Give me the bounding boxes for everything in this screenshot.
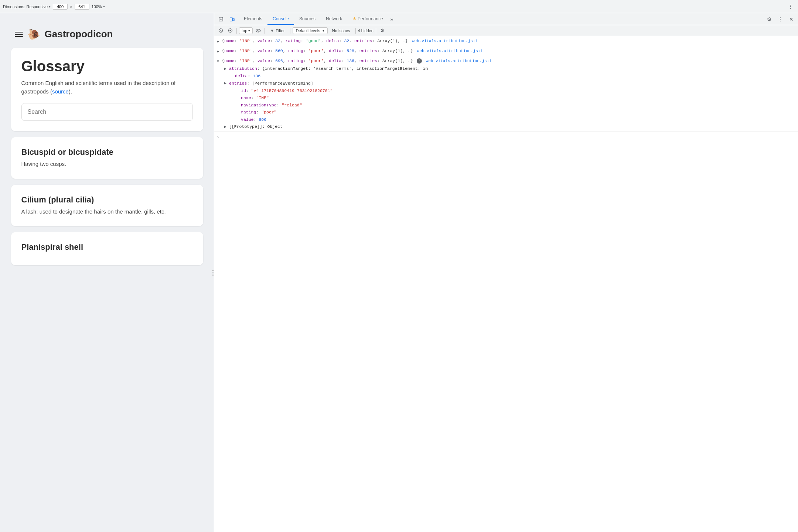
svg-point-7 (256, 29, 260, 32)
console-output: ▶ {name: 'INP', value: 32, rating: 'good… (214, 36, 798, 532)
source-link-2[interactable]: web-vitals.attribution.js:1 (417, 49, 483, 53)
more-options-button[interactable]: ⋮ (786, 2, 795, 11)
filter-button[interactable]: ▼ Filter (267, 28, 287, 34)
clear-console-button[interactable] (216, 27, 225, 35)
tab-sources[interactable]: Sources (294, 13, 321, 25)
dropdown-arrow-icon: ▾ (49, 4, 51, 8)
app-logo: 🐌 (27, 28, 40, 40)
tab-network[interactable]: Network (321, 13, 347, 25)
console-entry-1: ▶ {name: 'INP', value: 32, rating: 'good… (214, 36, 798, 46)
toolbar-separator-2 (265, 28, 265, 34)
browser-panel: 🐌 Gastropodicon Glossary Common English … (0, 13, 214, 532)
glossary-title: Glossary (21, 58, 193, 75)
console-settings-button[interactable]: ⚙ (378, 27, 386, 35)
tab-elements[interactable]: Elements (239, 13, 267, 25)
app-header: 🐌 Gastropodicon (11, 28, 203, 40)
inspect-element-button[interactable] (216, 14, 226, 24)
main-split: 🐌 Gastropodicon Glossary Common English … (0, 13, 798, 532)
delta-row: delta: 136 (222, 72, 798, 80)
hidden-count-label: 4 hidden (358, 28, 374, 33)
hamburger-line-1 (15, 32, 23, 33)
svg-point-8 (258, 30, 259, 31)
dimensions-label: Dimensions: Responsive ▾ (3, 4, 51, 9)
levels-dropdown-icon: ▾ (323, 29, 324, 33)
term-title-planispiral: Planispiral shell (21, 242, 193, 252)
cancel-filter-button[interactable] (226, 27, 234, 35)
svg-rect-1 (230, 18, 233, 21)
devtools-close-button[interactable]: ✕ (786, 14, 797, 24)
name-row: name: "INP" (228, 94, 798, 102)
search-input[interactable] (21, 103, 193, 121)
console-line-3: {name: 'INP', value: 696, rating: 'poor'… (222, 57, 798, 65)
tab-console[interactable]: Console (267, 13, 294, 25)
console-line-1: {name: 'INP', value: 32, rating: 'good',… (222, 37, 798, 45)
console-entry-3: ▼ {name: 'INP', value: 696, rating: 'poo… (214, 56, 798, 132)
entry-3-header: ▼ {name: 'INP', value: 696, rating: 'poo… (214, 57, 798, 65)
height-input[interactable] (75, 4, 89, 10)
resize-dot-1 (212, 270, 214, 271)
attribution-row: ▶ attribution: {interactionTarget: '#sea… (222, 65, 798, 72)
resize-dot-2 (212, 272, 214, 273)
hamburger-line-3 (15, 36, 23, 37)
device-toggle-button[interactable] (227, 14, 237, 24)
expand-arrow-1[interactable]: ▶ (214, 38, 222, 45)
tab-performance[interactable]: ⚠ Performance (347, 13, 388, 25)
zoom-dropdown-icon: ▾ (103, 4, 105, 8)
id-row: id: "v4-1715704899419-7631921820701" (228, 87, 798, 95)
console-line-2: {name: 'INP', value: 560, rating: 'poor'… (222, 47, 798, 55)
context-dropdown-icon: ▾ (248, 29, 250, 33)
term-card-cilium: Cilium (plural cilia) A lash; used to de… (11, 185, 203, 226)
term-title-bicuspid: Bicuspid or bicuspidate (21, 147, 193, 157)
top-bar-right: ⋮ (786, 2, 795, 11)
warning-icon: ⚠ (352, 16, 357, 21)
context-selector[interactable]: top ▾ (239, 27, 253, 34)
tab-list: Elements Console Sources Network ⚠ Perfo… (239, 13, 388, 25)
top-bar-left: Dimensions: Responsive ▾ × 100% ▾ (3, 4, 784, 10)
toolbar-separator-4 (355, 28, 356, 34)
source-link-1[interactable]: web-vitals.attribution.js:1 (412, 39, 478, 43)
prototype-expand[interactable]: ▶ (222, 123, 229, 130)
top-bar: Dimensions: Responsive ▾ × 100% ▾ ⋮ (0, 0, 798, 13)
value-row: value: 696 (228, 116, 798, 123)
rating-row: rating: "poor" (228, 109, 798, 116)
attribution-expand[interactable]: ▶ (222, 65, 229, 72)
web-content: 🐌 Gastropodicon Glossary Common English … (0, 13, 214, 532)
term-title-cilium: Cilium (plural cilia) (21, 195, 193, 205)
hamburger-line-2 (15, 34, 23, 35)
app-title: Gastropodicon (45, 28, 113, 40)
eye-icon-button[interactable] (254, 27, 262, 35)
expand-arrow-3[interactable]: ▼ (214, 58, 222, 65)
source-link[interactable]: source (52, 88, 69, 95)
entries-expand[interactable]: ▶ (222, 80, 229, 87)
term-desc-bicuspid: Having two cusps. (21, 160, 193, 168)
levels-dropdown[interactable]: Default levels ▾ (293, 27, 328, 34)
navigationtype-row: navigationType: "reload" (228, 102, 798, 109)
source-link-3[interactable]: web-vitals.attribution.js:1 (426, 59, 492, 63)
devtools-panel: Elements Console Sources Network ⚠ Perfo… (214, 13, 798, 532)
no-issues-badge[interactable]: No Issues (329, 28, 353, 34)
glossary-description: Common English and scientific terms used… (21, 79, 193, 96)
devtools-settings-button[interactable]: ⚙ (764, 14, 774, 24)
devtools-more-button[interactable]: ⋮ (775, 14, 785, 24)
entries-row: ▶ entries: [PerformanceEventTiming] (222, 80, 798, 87)
tab-overflow-button[interactable]: » (388, 16, 396, 22)
hamburger-menu-button[interactable] (15, 32, 23, 37)
width-input[interactable] (53, 4, 68, 10)
console-entry-2: ▶ {name: 'INP', value: 560, rating: 'poo… (214, 46, 798, 56)
console-prompt-row: › (214, 132, 798, 143)
toolbar-separator-1 (236, 28, 237, 34)
web-inner: 🐌 Gastropodicon Glossary Common English … (11, 28, 203, 517)
svg-line-4 (219, 30, 222, 32)
toolbar-separator-5 (376, 28, 376, 34)
term-desc-cilium: A lash; used to designate the hairs on t… (21, 208, 193, 216)
info-button-3[interactable]: i (417, 58, 422, 64)
svg-rect-2 (233, 18, 234, 21)
dt-left-icons (216, 14, 237, 24)
entry-3-tree: ▶ attribution: {interactionTarget: '#sea… (214, 65, 798, 130)
console-toolbar: top ▾ ▼ Filter Default levels ▾ No Issue… (214, 25, 798, 36)
expand-arrow-2[interactable]: ▶ (214, 48, 222, 55)
resize-handle[interactable] (212, 13, 214, 532)
dimension-separator: × (70, 4, 72, 9)
toolbar-separator-3 (290, 28, 290, 34)
zoom-selector[interactable]: 100% ▾ (92, 4, 105, 9)
